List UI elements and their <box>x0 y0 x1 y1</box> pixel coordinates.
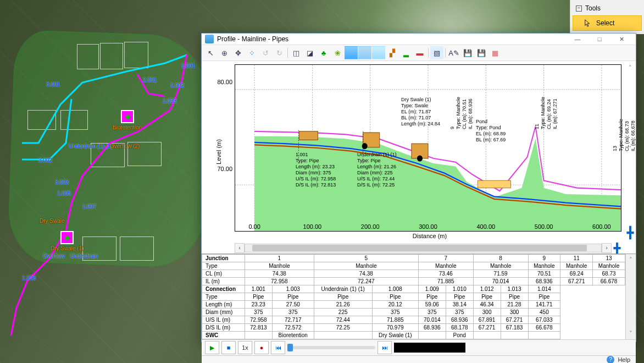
plot-area[interactable]: 1.001Type: PipeLength (m): 23.23Diam (mm… <box>235 64 621 232</box>
chart-toolbar: ↖ ⊕ ✥ ⁘ ↺ ↻ ◫ ◪ ♣ ❀ ▞ ▂ ▬ ▧ A✎ 💾 💾 ▦ <box>202 45 636 61</box>
svg-rect-12 <box>478 180 510 188</box>
grid-view-icon[interactable]: ▦ <box>488 46 502 59</box>
bioretention-label: Bioretention <box>113 124 142 130</box>
dryswale-label-2: Dry Swale <box>40 218 65 224</box>
x-axis-label: Distance (m) <box>235 232 625 243</box>
bioretention-icon[interactable]: ◆ <box>121 110 134 123</box>
pan-icon[interactable]: ✥ <box>231 46 245 59</box>
node-3001: 3.001 <box>46 81 60 87</box>
ytick-70: 70.00 <box>217 166 232 172</box>
tools-header-label: Tools <box>585 4 601 12</box>
playback-bar: ▶ ■ 1x ● ⏮ ⏭ <box>202 339 636 355</box>
fit-icon[interactable]: ⁘ <box>245 46 258 59</box>
save-as-icon[interactable]: 💾 <box>475 46 488 59</box>
speed-button[interactable]: 1x <box>238 341 252 354</box>
pan-center-icon[interactable]: ⊕ <box>218 46 231 59</box>
xtick-2: 200.00 <box>361 223 380 230</box>
help-icon[interactable]: ? <box>607 356 614 363</box>
ramp-icon[interactable]: ▞ <box>386 46 399 59</box>
save-icon[interactable]: 💾 <box>461 46 474 59</box>
collapse-icon[interactable]: − <box>576 6 582 12</box>
profile-window: Profile - Mainline - Pipes — □ ✕ ↖ ⊕ ✥ ⁘… <box>201 33 636 342</box>
ytick-80: 80.00 <box>217 79 232 85</box>
svg-rect-9 <box>299 131 318 140</box>
node-1002: 1.002 <box>170 82 184 89</box>
cube-alt-icon[interactable]: ◪ <box>303 46 317 59</box>
node-1001: 1.001 <box>181 63 195 69</box>
node-3003: 3.003 <box>55 179 69 185</box>
scroll-left-icon[interactable]: ‹ <box>235 243 245 253</box>
node-1003: 1.003 <box>163 98 176 104</box>
tools-panel: − Tools Select <box>570 0 644 34</box>
pointer-tool-icon[interactable]: ↖ <box>204 46 217 59</box>
svg-point-13 <box>362 143 368 149</box>
xtick-1: 100.00 <box>303 223 322 230</box>
skip-end-button[interactable]: ⏭ <box>377 341 392 354</box>
node-1005: 1.005 <box>57 190 71 196</box>
xtick-4: 400.00 <box>476 223 495 230</box>
dryswale-label: Dry Swale (1) <box>51 245 84 251</box>
zoom-plus-icon[interactable]: ╋ <box>625 226 636 239</box>
overflow2-label: Overflow <box>43 253 64 259</box>
rotate-alt-icon[interactable]: ↻ <box>273 46 286 59</box>
road-icon[interactable]: ▬ <box>413 46 426 59</box>
grid-scroll-down-icon[interactable]: ˅ <box>629 330 632 337</box>
time-display <box>394 343 465 353</box>
dryswale-icon[interactable]: ◆ <box>60 231 74 244</box>
water-icon[interactable] <box>358 46 371 59</box>
grass-icon[interactable]: ▂ <box>399 46 413 59</box>
xtick-0: 0.00 <box>248 223 260 230</box>
data-grid[interactable]: Junction157891113TypeManholeManholeManho… <box>202 254 636 339</box>
node-3002: 3.002 <box>38 157 52 163</box>
underdrain2-label: Underdrain <box>70 253 97 259</box>
time-slider[interactable] <box>287 346 375 349</box>
close-button[interactable]: ✕ <box>610 34 632 45</box>
callout-mh13: 13Type: ManholeCL (m): 68.73IL (m): 66.6… <box>612 119 636 151</box>
node-2001: 2.001 <box>143 77 157 83</box>
play-button[interactable]: ▶ <box>205 341 219 354</box>
svg-point-14 <box>417 155 423 161</box>
plant-icon[interactable]: ❀ <box>331 46 344 59</box>
tools-header[interactable]: − Tools <box>570 2 644 14</box>
stop-button[interactable]: ■ <box>221 341 236 354</box>
photo-icon[interactable]: ▧ <box>430 46 443 59</box>
window-title: Profile - Mainline - Pipes <box>217 35 567 43</box>
sky-icon[interactable] <box>372 46 385 59</box>
callout-mh9: 9Type: ManholeCL (m): 70.51IL (m): 68.93… <box>449 97 474 129</box>
underdrain-label: Underdrain (1) (1) <box>69 143 112 149</box>
skip-start-button[interactable]: ⏮ <box>271 341 285 354</box>
titlebar[interactable]: Profile - Mainline - Pipes — □ ✕ <box>202 34 636 45</box>
xtick-3: 300.00 <box>419 223 437 230</box>
chart-vertical-scroll[interactable]: ˄ ˅ ╋ <box>625 61 636 243</box>
swale-icon[interactable] <box>345 46 358 59</box>
maximize-button[interactable]: □ <box>589 34 610 45</box>
select-tool-label: Select <box>596 19 614 27</box>
profile-chart[interactable]: Level (m) 80.00 70.00 <box>202 61 636 243</box>
scroll-up-icon[interactable]: ˄ <box>629 64 632 72</box>
tree-icon[interactable]: ♣ <box>317 46 330 59</box>
text-label-icon[interactable]: A✎ <box>447 46 460 59</box>
xtick-5: 500.00 <box>535 223 553 230</box>
node-1008: 1.008 <box>22 275 36 281</box>
xtick-6: 600.00 <box>592 223 611 230</box>
status-bar: ? Help <box>202 355 636 363</box>
callout-mh11: 11Type: ManholeCL (m): 69.24IL (m): 67.2… <box>534 97 558 129</box>
callout-pond: PondType: PondEL (m): 68.89BL (m): 67.69 <box>476 119 506 143</box>
zoom-plus-h-icon[interactable]: ╋ <box>612 241 623 255</box>
app-icon <box>205 35 214 43</box>
callout-underdrain: Underdrain (1) (1)Type: PipeLength (m): … <box>357 152 397 188</box>
callout-pipe-1001: 1.001Type: PipeLength (m): 23.23Diam (mm… <box>296 152 336 188</box>
node-1007: 1.007 <box>82 204 96 210</box>
rotate-icon[interactable]: ↺ <box>259 46 272 59</box>
scroll-right-icon[interactable]: › <box>602 243 612 253</box>
grid-scroll-up-icon[interactable]: ˄ <box>629 256 632 263</box>
select-tool-button[interactable]: Select <box>573 15 642 31</box>
grid-vertical-scroll[interactable]: ˄ ˅ <box>625 254 636 339</box>
overflow-label: Overflow (2) <box>110 143 140 149</box>
minimize-button[interactable]: — <box>567 34 589 45</box>
y-axis-label: Level (m) <box>215 139 222 164</box>
record-button[interactable]: ● <box>254 341 269 354</box>
cube-icon[interactable]: ◫ <box>290 46 303 59</box>
chart-horizontal-scroll[interactable]: ‹ › ╋ <box>235 243 623 254</box>
help-label[interactable]: Help <box>618 356 630 363</box>
